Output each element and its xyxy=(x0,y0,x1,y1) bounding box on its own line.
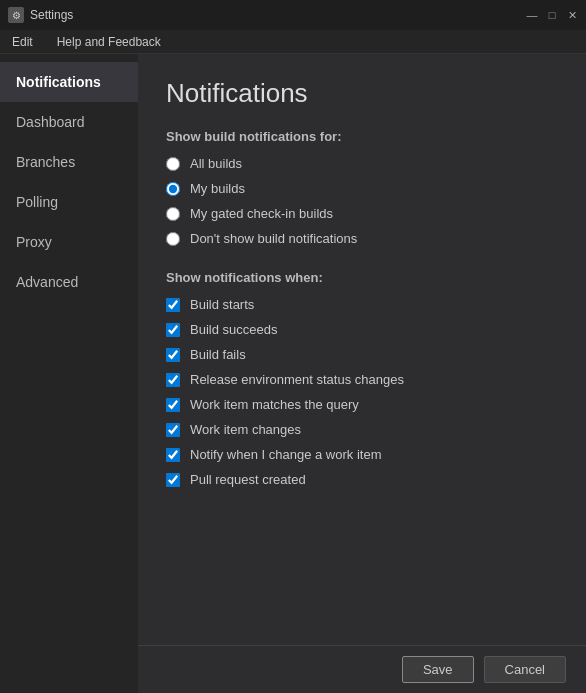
radio-my-builds[interactable]: My builds xyxy=(166,181,558,196)
checkbox-input-build-fails[interactable] xyxy=(166,348,180,362)
sidebar-item-notifications[interactable]: Notifications xyxy=(0,62,138,102)
checkbox-build-fails[interactable]: Build fails xyxy=(166,347,558,362)
radio-gated[interactable]: My gated check-in builds xyxy=(166,206,558,221)
sidebar-item-advanced[interactable]: Advanced xyxy=(0,262,138,302)
title-bar-title: Settings xyxy=(30,8,73,22)
sidebar-item-dashboard[interactable]: Dashboard xyxy=(0,102,138,142)
title-bar: ⚙ Settings — □ ✕ xyxy=(0,0,586,30)
radio-group: All builds My builds My gated check-in b… xyxy=(166,156,558,246)
cancel-button[interactable]: Cancel xyxy=(484,656,566,683)
radio-label-my-builds: My builds xyxy=(190,181,245,196)
checkbox-work-item-changes[interactable]: Work item changes xyxy=(166,422,558,437)
checkbox-input-build-succeeds[interactable] xyxy=(166,323,180,337)
radio-input-dont-show[interactable] xyxy=(166,232,180,246)
checkbox-input-build-starts[interactable] xyxy=(166,298,180,312)
checkbox-group: Build starts Build succeeds Build fails … xyxy=(166,297,558,487)
checkbox-work-item-query[interactable]: Work item matches the query xyxy=(166,397,558,412)
checkbox-release-env[interactable]: Release environment status changes xyxy=(166,372,558,387)
checkbox-build-starts[interactable]: Build starts xyxy=(166,297,558,312)
menu-edit[interactable]: Edit xyxy=(8,35,37,49)
checkbox-label-work-item-changes: Work item changes xyxy=(190,422,301,437)
minimize-button[interactable]: — xyxy=(526,9,538,21)
checkbox-notify-change[interactable]: Notify when I change a work item xyxy=(166,447,558,462)
radio-dont-show[interactable]: Don't show build notifications xyxy=(166,231,558,246)
checkbox-label-build-starts: Build starts xyxy=(190,297,254,312)
close-button[interactable]: ✕ xyxy=(566,9,578,21)
radio-input-my-builds[interactable] xyxy=(166,182,180,196)
radio-input-all-builds[interactable] xyxy=(166,157,180,171)
title-bar-left: ⚙ Settings xyxy=(8,7,73,23)
settings-icon: ⚙ xyxy=(8,7,24,23)
section2-label: Show notifications when: xyxy=(166,270,558,285)
sidebar-item-polling[interactable]: Polling xyxy=(0,182,138,222)
checkbox-label-notify-change: Notify when I change a work item xyxy=(190,447,381,462)
checkbox-input-notify-change[interactable] xyxy=(166,448,180,462)
sidebar-item-proxy[interactable]: Proxy xyxy=(0,222,138,262)
checkbox-input-pull-request[interactable] xyxy=(166,473,180,487)
main-content: Notifications Show build notifications f… xyxy=(138,54,586,693)
radio-all-builds[interactable]: All builds xyxy=(166,156,558,171)
radio-label-gated: My gated check-in builds xyxy=(190,206,333,221)
checkbox-label-build-succeeds: Build succeeds xyxy=(190,322,277,337)
checkbox-input-work-item-query[interactable] xyxy=(166,398,180,412)
sidebar: Notifications Dashboard Branches Polling… xyxy=(0,54,138,693)
maximize-button[interactable]: □ xyxy=(546,9,558,21)
checkbox-label-pull-request: Pull request created xyxy=(190,472,306,487)
checkbox-input-work-item-changes[interactable] xyxy=(166,423,180,437)
sidebar-item-branches[interactable]: Branches xyxy=(0,142,138,182)
save-button[interactable]: Save xyxy=(402,656,474,683)
page-title: Notifications xyxy=(166,78,558,109)
checkbox-build-succeeds[interactable]: Build succeeds xyxy=(166,322,558,337)
footer: Save Cancel xyxy=(138,645,586,693)
radio-label-all-builds: All builds xyxy=(190,156,242,171)
radio-input-gated[interactable] xyxy=(166,207,180,221)
menu-help[interactable]: Help and Feedback xyxy=(53,35,165,49)
checkbox-label-work-item-query: Work item matches the query xyxy=(190,397,359,412)
checkbox-label-release-env: Release environment status changes xyxy=(190,372,404,387)
app-body: Notifications Dashboard Branches Polling… xyxy=(0,54,586,693)
section1-label: Show build notifications for: xyxy=(166,129,558,144)
checkbox-input-release-env[interactable] xyxy=(166,373,180,387)
menu-bar: Edit Help and Feedback xyxy=(0,30,586,54)
radio-label-dont-show: Don't show build notifications xyxy=(190,231,357,246)
checkbox-pull-request[interactable]: Pull request created xyxy=(166,472,558,487)
title-bar-controls: — □ ✕ xyxy=(526,9,578,21)
checkbox-label-build-fails: Build fails xyxy=(190,347,246,362)
